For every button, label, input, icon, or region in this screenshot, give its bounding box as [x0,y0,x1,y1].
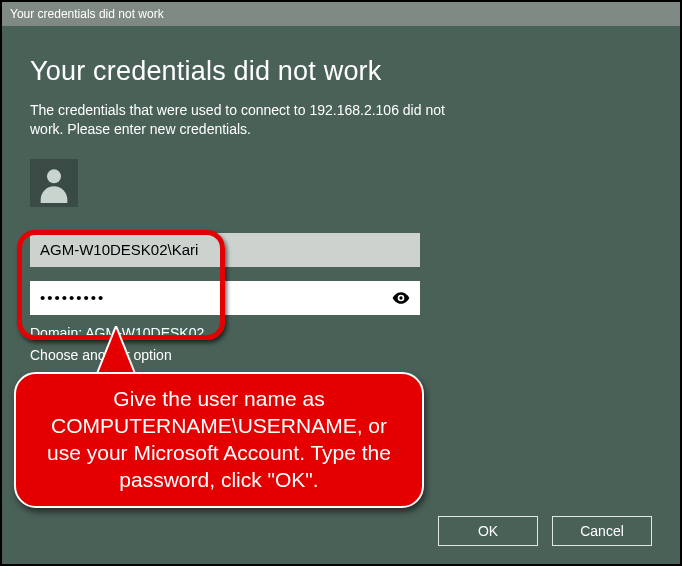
svg-point-1 [399,296,402,299]
ok-button[interactable]: OK [438,516,538,546]
username-field[interactable] [30,233,420,267]
credential-dialog: Your credentials did not work The creden… [2,26,680,564]
annotation-text: Give the user name as COMPUTERNAME\USERN… [47,387,391,491]
page-title: Your credentials did not work [30,56,652,87]
error-message: The credentials that were used to connec… [30,101,460,139]
titlebar: Your credentials did not work [2,2,680,26]
cancel-button[interactable]: Cancel [552,516,652,546]
avatar [30,159,78,207]
button-row: OK Cancel [438,516,652,546]
user-icon [34,163,74,203]
password-wrapper [30,281,420,315]
svg-point-0 [47,169,61,183]
annotation-callout: Give the user name as COMPUTERNAME\USERN… [14,372,424,508]
titlebar-text: Your credentials did not work [10,7,164,21]
password-field[interactable] [30,281,420,315]
reveal-password-icon[interactable] [390,287,412,309]
